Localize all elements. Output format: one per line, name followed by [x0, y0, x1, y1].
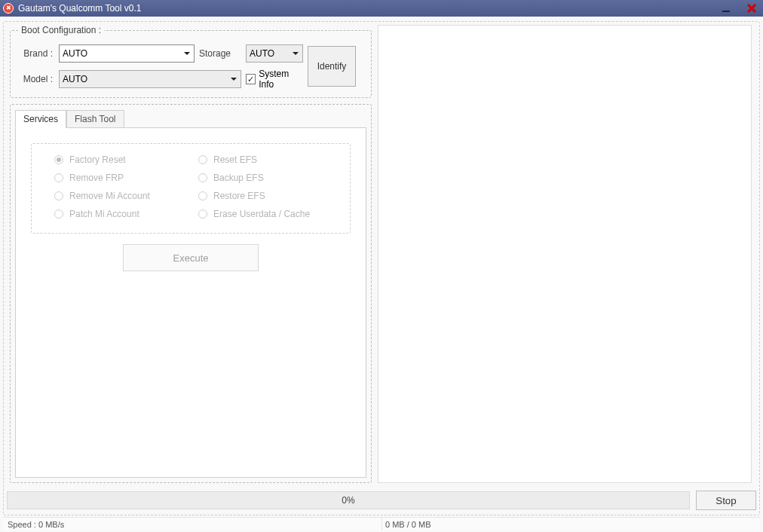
radio-remove-mi-account[interactable]: Remove Mi Account: [54, 191, 191, 201]
titlebar: Gautam's Qualcomm Tool v0.1: [0, 0, 763, 17]
brand-value: AUTO: [63, 48, 87, 59]
radio-icon: [198, 191, 207, 200]
service-options-group: Factory Reset Reset EFS Remove FRP Backu…: [31, 143, 351, 234]
radio-icon: [54, 209, 63, 219]
tab-container: Services Flash Tool Factory Reset Reset …: [10, 104, 372, 483]
storage-value: AUTO: [250, 48, 274, 59]
radio-restore-efs[interactable]: Restore EFS: [198, 191, 335, 201]
stop-button[interactable]: Stop: [696, 491, 756, 510]
status-bytes: 0 MB / 0 MB: [382, 518, 757, 530]
progress-row: 0% Stop: [7, 491, 756, 510]
brand-label: Brand :: [18, 48, 54, 59]
status-bar: Speed : 0 MB/s 0 MB / 0 MB: [3, 517, 760, 530]
log-output-panel: [378, 25, 752, 483]
radio-icon: [198, 155, 207, 164]
radio-factory-reset[interactable]: Factory Reset: [54, 154, 191, 165]
system-info-label: System Info: [259, 69, 303, 90]
app-icon: [3, 3, 14, 14]
radio-icon: [198, 173, 207, 182]
chevron-down-icon: [228, 74, 239, 84]
minimize-icon: [721, 3, 731, 14]
chevron-down-icon: [290, 48, 301, 59]
radio-icon: [54, 173, 63, 182]
identify-button[interactable]: Identify: [308, 46, 356, 87]
radio-reset-efs[interactable]: Reset EFS: [198, 154, 335, 165]
boot-config-legend: Boot Configuration :: [18, 25, 104, 35]
chevron-down-icon: [182, 48, 192, 59]
system-info-checkbox[interactable]: [246, 74, 256, 84]
status-speed: Speed : 0 MB/s: [6, 518, 382, 530]
storage-label: Storage: [199, 48, 241, 59]
storage-select[interactable]: AUTO: [246, 44, 303, 63]
radio-icon: [54, 155, 63, 164]
tab-flash-tool[interactable]: Flash Tool: [66, 110, 124, 128]
close-icon: [746, 3, 757, 14]
boot-config-group: Boot Configuration : Brand : AUTO Storag…: [10, 25, 372, 98]
progress-text: 0%: [342, 495, 354, 506]
brand-select[interactable]: AUTO: [59, 44, 195, 63]
close-button[interactable]: [743, 2, 761, 15]
model-label: Model :: [18, 74, 54, 84]
execute-button[interactable]: Execute: [123, 244, 259, 271]
window-title: Gautam's Qualcomm Tool v0.1: [18, 3, 141, 14]
model-select[interactable]: AUTO: [59, 70, 241, 88]
minimize-button[interactable]: [717, 2, 735, 15]
progress-bar: 0%: [7, 491, 690, 509]
model-value: AUTO: [63, 74, 87, 84]
radio-patch-mi-account[interactable]: Patch Mi Account: [54, 209, 191, 219]
radio-icon: [54, 191, 63, 200]
radio-icon: [198, 209, 207, 219]
radio-backup-efs[interactable]: Backup EFS: [198, 173, 335, 183]
radio-remove-frp[interactable]: Remove FRP: [54, 173, 191, 183]
radio-erase-userdata[interactable]: Erase Userdata / Cache: [198, 209, 335, 219]
tab-services[interactable]: Services: [15, 110, 66, 128]
tab-page-services: Factory Reset Reset EFS Remove FRP Backu…: [15, 127, 366, 478]
